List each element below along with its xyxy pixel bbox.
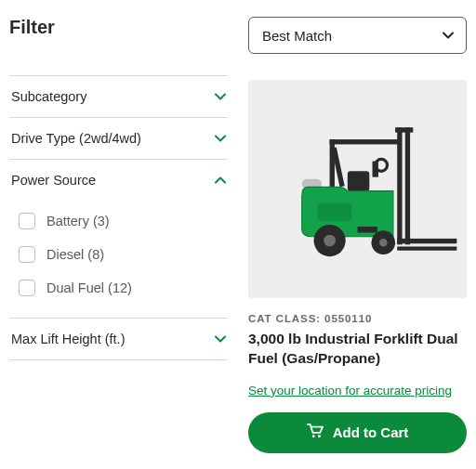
- checkbox-icon: [19, 246, 35, 263]
- facet-options: Battery (3) Diesel (8) Dual Fuel (12): [9, 201, 228, 318]
- add-to-cart-label: Add to Cart: [333, 424, 409, 440]
- facet-header-drive-type[interactable]: Drive Type (2wd/4wd): [9, 118, 228, 159]
- filter-title: Filter: [9, 17, 228, 38]
- filter-panel: Filter Subcategory Drive Type (2wd/4wd) …: [9, 17, 228, 469]
- option-label: Battery (3): [46, 214, 110, 228]
- svg-rect-2: [395, 127, 413, 132]
- option-label: Diesel (8): [46, 247, 104, 262]
- facet-header-power-source[interactable]: Power Source: [9, 160, 228, 201]
- results-panel: Best Match: [248, 17, 467, 469]
- add-to-cart-button[interactable]: Add to Cart: [248, 412, 467, 453]
- facet-label: Drive Type (2wd/4wd): [11, 131, 141, 146]
- cat-class-label: CAT CLASS: 0550110: [248, 313, 467, 324]
- checkbox-icon: [19, 280, 35, 296]
- facet-power-source: Power Source Battery (3) Diesel (8) Dual…: [9, 159, 228, 318]
- chevron-up-icon: [215, 176, 226, 184]
- svg-point-18: [311, 436, 314, 438]
- option-label: Dual Fuel (12): [46, 280, 132, 295]
- svg-rect-11: [358, 227, 377, 232]
- svg-rect-13: [397, 246, 456, 250]
- checkbox-icon: [19, 213, 35, 229]
- facet-label: Max Lift Height (ft.): [11, 332, 125, 346]
- svg-rect-10: [318, 202, 351, 220]
- sort-control: Best Match: [248, 17, 467, 54]
- option-dual-fuel[interactable]: Dual Fuel (12): [19, 271, 228, 305]
- facet-subcategory: Subcategory: [9, 75, 228, 117]
- cart-icon: [307, 423, 324, 441]
- svg-point-17: [379, 239, 388, 247]
- product-title[interactable]: 3,000 lb Industrial Forklift Dual Fuel (…: [248, 330, 467, 369]
- svg-rect-0: [397, 127, 402, 244]
- facet-drive-type: Drive Type (2wd/4wd): [9, 117, 228, 159]
- sort-select[interactable]: Best Match: [248, 17, 467, 54]
- forklift-icon: [248, 80, 467, 298]
- svg-rect-1: [405, 127, 410, 244]
- svg-rect-12: [397, 239, 456, 243]
- svg-point-19: [318, 436, 321, 438]
- product-image[interactable]: [248, 80, 467, 298]
- option-battery[interactable]: Battery (3): [19, 204, 228, 238]
- set-location-link[interactable]: Set your location for accurate pricing: [248, 384, 452, 397]
- option-diesel[interactable]: Diesel (8): [19, 238, 228, 271]
- facet-header-max-lift-height[interactable]: Max Lift Height (ft.): [9, 319, 228, 359]
- facet-label: Subcategory: [11, 89, 86, 104]
- svg-point-15: [324, 235, 336, 247]
- svg-rect-6: [348, 171, 370, 190]
- chevron-down-icon: [215, 93, 226, 100]
- chevron-down-icon: [215, 135, 226, 142]
- facet-label: Power Source: [11, 173, 96, 188]
- svg-rect-4: [330, 139, 335, 187]
- facet-header-subcategory[interactable]: Subcategory: [9, 76, 228, 117]
- chevron-down-icon: [215, 335, 226, 343]
- svg-rect-3: [330, 139, 402, 144]
- facet-max-lift-height: Max Lift Height (ft.): [9, 318, 228, 360]
